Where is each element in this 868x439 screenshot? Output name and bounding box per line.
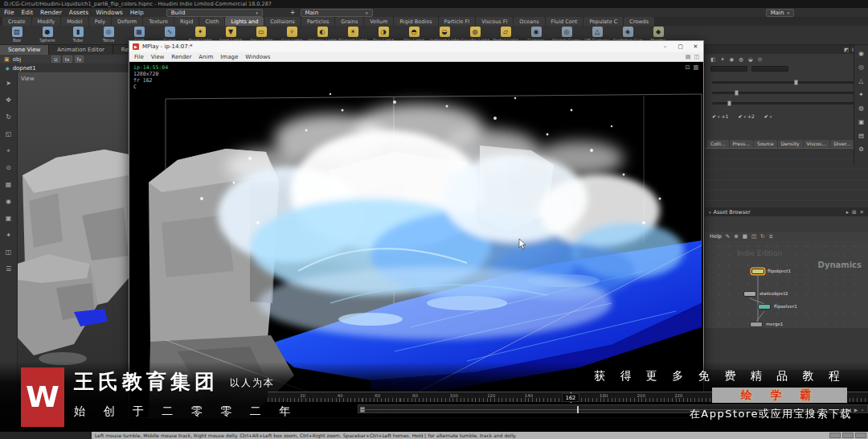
add-node-icon[interactable]: ⊕ — [734, 233, 738, 240]
materials-icon[interactable]: ◍ — [858, 105, 864, 112]
parameter-toggle[interactable]: ✔▾ — [764, 113, 772, 119]
menu-icon[interactable]: ≡ — [769, 233, 773, 240]
material-filter-icon[interactable]: ◍ — [739, 56, 743, 63]
menu-edit[interactable]: Edit — [22, 9, 34, 16]
expand-icon[interactable]: ▸ — [846, 209, 849, 215]
shelf-tab-deform[interactable]: Deform — [112, 17, 142, 26]
objects-icon[interactable]: ◉ — [858, 50, 864, 57]
checkbox-icon[interactable]: ✔ — [712, 113, 716, 119]
menu-render[interactable]: Render — [40, 9, 62, 16]
pane-tab-scene-view[interactable]: Scene View — [0, 45, 49, 55]
network-node-staticobject2[interactable]: staticobject2 — [743, 291, 756, 298]
camera-icon[interactable]: ▣ — [3, 214, 14, 224]
jump-end-icon[interactable]: » — [861, 406, 864, 413]
select-tool-icon[interactable]: ➤ — [3, 79, 14, 88]
shelf-tab-particle-fl[interactable]: Particle Fl — [439, 17, 476, 26]
viewport-view-menu[interactable]: View — [21, 76, 35, 82]
stereo-camera-icon[interactable]: ◎ — [858, 64, 864, 71]
shelf-tab-vellum[interactable]: Vellum — [364, 17, 393, 26]
path-root[interactable]: obj — [13, 56, 22, 63]
param-tab-diver[interactable]: Diver... — [830, 140, 854, 148]
refresh-icon[interactable]: ↻ — [760, 233, 764, 240]
mplay-menu-image[interactable]: Image — [220, 54, 238, 60]
menu-file[interactable]: File — [4, 9, 14, 16]
main-network-selector[interactable]: Main ▾ — [301, 9, 373, 17]
slider-knob[interactable] — [727, 101, 731, 106]
status-button[interactable] — [855, 433, 866, 438]
help-label[interactable]: Help — [710, 233, 722, 240]
pin-icon[interactable]: ◩ — [844, 47, 849, 53]
menu-assets[interactable]: Assets — [69, 9, 88, 16]
lock-icon[interactable]: ⊙ — [758, 56, 762, 63]
view-tool-icon[interactable]: ◉ — [3, 197, 14, 207]
network-node-merge1[interactable]: merge1 — [750, 322, 763, 328]
shelf-tab-fluid-cont[interactable]: Fluid Cont — [546, 17, 583, 26]
parameter-toggle[interactable]: ✔▾+1 — [712, 113, 728, 119]
shelf-tab-grains[interactable]: Grains — [335, 17, 363, 26]
play-icon[interactable]: ▶ — [854, 406, 858, 413]
mplay-menu-render[interactable]: Render — [171, 54, 191, 60]
shelf-tool-box[interactable]: ▧Box — [2, 27, 31, 44]
display-options-icon[interactable]: ◫ — [3, 248, 14, 257]
settings-icon[interactable]: ⚙ — [858, 146, 864, 153]
close-pane-icon[interactable]: ✕ — [860, 209, 864, 215]
mplay-menu-file[interactable]: File — [134, 54, 144, 60]
light-filter-icon[interactable]: ✦ — [720, 56, 724, 63]
shelf-tab-poly[interactable]: Poly — [89, 17, 111, 26]
breadcrumb-node[interactable]: dopnet1 — [13, 65, 36, 72]
status-button[interactable] — [829, 433, 841, 438]
shelf-tab-collisions[interactable]: Collisions — [264, 17, 301, 26]
scale-tool-icon[interactable]: ◱ — [3, 129, 14, 139]
network-node-flipsolver1[interactable]: flipsolver1 — [758, 304, 771, 311]
shelf-tool-torus[interactable]: ◎Torus — [94, 27, 123, 44]
pane-tab-animation-editor[interactable]: Animation Editor — [49, 45, 113, 55]
parameter-field[interactable] — [751, 66, 788, 72]
shelf-tool-sphere[interactable]: ●Sphere — [33, 27, 62, 44]
desktop-selector[interactable]: Build ▾ — [166, 9, 263, 17]
menu-windows[interactable]: Windows — [96, 9, 122, 16]
checkbox-icon[interactable]: ✔ — [764, 113, 768, 119]
status-button[interactable] — [842, 433, 854, 438]
snapshot-icon[interactable]: ▤ — [858, 132, 864, 139]
camera-filter-icon[interactable]: ◉ — [730, 56, 735, 63]
path-button-tx[interactable]: tx — [63, 55, 72, 63]
obj-filter-icon[interactable]: ◧ — [710, 56, 715, 63]
mplay-menu-view[interactable]: View — [151, 54, 165, 60]
shelf-tab-crowds[interactable]: Crowds — [624, 17, 654, 26]
pane-layout-icon[interactable]: ☰ — [3, 265, 14, 274]
slider-knob[interactable] — [794, 80, 798, 85]
shelf-tab-rigid[interactable]: Rigid — [174, 17, 199, 26]
param-tab-density[interactable]: Density — [778, 140, 803, 148]
minimize-button[interactable]: – — [657, 41, 673, 52]
shelf-tab-model[interactable]: Model — [61, 17, 88, 26]
mplay-titlebar[interactable]: ▶ MPlay - ip-14:07:* –▢✕ — [129, 41, 703, 52]
parameter-slider[interactable] — [712, 102, 861, 105]
path-button-fx[interactable]: fx — [75, 55, 84, 63]
handle-tool-icon[interactable]: ⌖ — [3, 146, 14, 156]
pencil-icon[interactable]: ✎ — [726, 233, 730, 240]
shelf-tab-lights-and[interactable]: Lights and — [225, 17, 264, 26]
shelf-tool-tube[interactable]: ▮Tube — [63, 27, 92, 44]
menu-help[interactable]: Help — [130, 9, 144, 16]
path-button-u[interactable]: U — [51, 55, 59, 63]
main-selector-right[interactable]: Main ▾ — [766, 9, 794, 17]
vr-camera-icon[interactable]: △ — [859, 77, 864, 84]
parameter-slider[interactable] — [712, 81, 861, 84]
compare-icon[interactable]: ◫ — [694, 54, 699, 60]
safe-area-icon[interactable]: ⊡ — [686, 64, 690, 71]
shelf-tab-viscous-fl[interactable]: Viscous Fl — [476, 17, 513, 26]
parameter-toggle[interactable]: ✔▾+2 — [738, 113, 754, 119]
mplay-menu-windows[interactable]: Windows — [245, 54, 270, 60]
shelf-tab-populate-c[interactable]: Populate C — [583, 17, 623, 26]
light-icon[interactable]: ✦ — [3, 231, 14, 240]
shelf-tab-oceans[interactable]: Oceans — [514, 17, 544, 26]
grid-snap-icon[interactable]: ▦ — [3, 180, 14, 190]
shelf-tab-rigid-bodies[interactable]: Rigid Bodies — [394, 17, 437, 26]
render-icon[interactable]: ▣ — [858, 118, 864, 125]
grid-icon[interactable]: ▦ — [743, 233, 747, 240]
param-tab-viscos[interactable]: Viscos... — [804, 140, 830, 148]
close-button[interactable]: ✕ — [688, 41, 703, 52]
shelf-tab-cloth[interactable]: Cloth — [199, 17, 224, 26]
shelf-tab-particles[interactable]: Particles — [301, 17, 334, 26]
lights-icon[interactable]: ✦ — [858, 91, 863, 98]
